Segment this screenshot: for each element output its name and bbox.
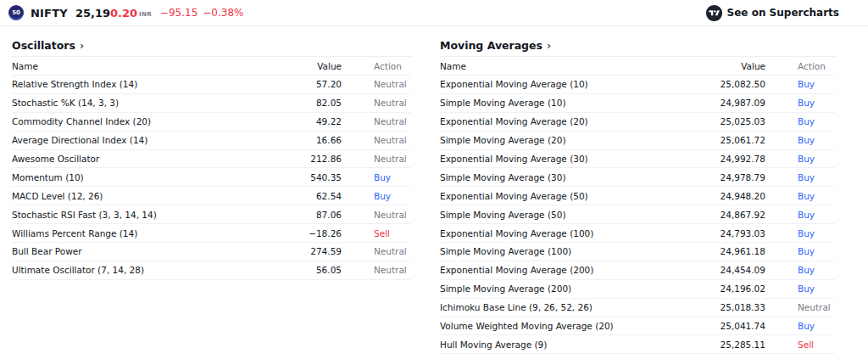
indicator-value: 25,285.11 — [706, 339, 765, 350]
indicator-action: Buy — [374, 172, 411, 182]
oscillators-title-link[interactable]: Oscillators › — [12, 26, 411, 57]
indicator-action: Neutral — [374, 154, 411, 164]
table-row: Average Directional Index (14)16.66Neutr… — [12, 132, 411, 150]
table-row: Commodity Channel Index (20)49.22Neutral — [12, 113, 411, 132]
table-row: Momentum (10)540.35Buy — [12, 168, 411, 187]
indicator-value: 24,793.03 — [706, 228, 765, 238]
indicator-action: Buy — [374, 191, 411, 201]
table-row: Simple Moving Average (20)25,061.72Buy — [440, 132, 835, 150]
indicator-action: Neutral — [374, 135, 411, 145]
indicator-value: 25,018.33 — [706, 302, 765, 312]
column-header-value: Value — [706, 61, 765, 71]
table-row: Bull Bear Power274.59Neutral — [12, 243, 411, 261]
table-row: Exponential Moving Average (30)24,992.78… — [440, 150, 835, 169]
moving-averages-table: Exponential Moving Average (10)25,082.50… — [440, 76, 835, 354]
indicator-action: Neutral — [374, 79, 411, 89]
indicator-name: Exponential Moving Average (50) — [440, 191, 674, 201]
technicals-panel: Oscillators › Name Value Action Relative… — [0, 26, 868, 354]
indicator-action: Buy — [798, 79, 835, 89]
indicator-name: Stochastic RSI Fast (3, 3, 14, 14) — [12, 210, 250, 220]
indicator-name: Commodity Channel Index (20) — [12, 116, 250, 126]
section-title-text: Oscillators — [12, 37, 75, 53]
indicator-name: Simple Moving Average (200) — [440, 283, 674, 294]
indicator-value: 24,196.02 — [706, 283, 765, 294]
indicator-name: Ultimate Oscillator (7, 14, 28) — [12, 265, 250, 275]
column-header-action: Action — [374, 61, 411, 71]
indicator-name: Exponential Moving Average (100) — [440, 228, 674, 238]
indicator-value: 62.54 — [282, 191, 342, 201]
indicator-value: 57.20 — [282, 79, 342, 89]
table-row: Exponential Moving Average (20)25,025.03… — [440, 113, 835, 132]
indicator-name: Williams Percent Range (14) — [12, 228, 250, 238]
nifty50-logo: 50 — [8, 5, 24, 20]
price-change: −95.15−0.38% — [160, 7, 244, 19]
indicator-action: Buy — [798, 116, 835, 126]
indicator-name: Simple Moving Average (10) — [440, 98, 674, 108]
indicator-action: Neutral — [798, 302, 835, 312]
price-main: 25,19 — [75, 7, 110, 20]
indicator-action: Buy — [798, 98, 835, 108]
column-header-name: Name — [440, 61, 674, 71]
indicator-value: 49.22 — [282, 116, 342, 126]
currency-label: INR — [139, 11, 152, 18]
indicator-name: Bull Bear Power — [12, 246, 250, 256]
symbol-name[interactable]: NIFTY — [31, 7, 68, 20]
column-header-action: Action — [798, 61, 835, 71]
indicator-value: 24,961.18 — [706, 246, 765, 256]
indicator-name: Simple Moving Average (50) — [440, 210, 674, 220]
see-on-supercharts-link[interactable]: See on Supercharts — [706, 5, 839, 21]
indicator-name: MACD Level (12, 26) — [12, 191, 250, 201]
table-row: Williams Percent Range (14)−18.26Sell — [12, 224, 411, 243]
indicator-action: Buy — [798, 135, 835, 145]
table-row: Simple Moving Average (100)24,961.18Buy — [440, 243, 835, 261]
indicator-name: Simple Moving Average (20) — [440, 135, 674, 145]
indicator-value: 25,082.50 — [706, 79, 765, 89]
table-row: Awesome Oscillator212.86Neutral — [12, 150, 411, 169]
table-row: Relative Strength Index (14)57.20Neutral — [12, 76, 411, 94]
indicator-value: −18.26 — [282, 228, 342, 238]
indicator-action: Buy — [798, 228, 835, 238]
indicator-name: Exponential Moving Average (200) — [440, 265, 674, 275]
indicator-value: 24,987.09 — [706, 98, 765, 108]
indicator-name: Simple Moving Average (100) — [440, 246, 674, 256]
table-row: Simple Moving Average (200)24,196.02Buy — [440, 280, 835, 299]
indicator-action: Buy — [798, 283, 835, 294]
indicator-value: 25,025.03 — [706, 116, 765, 126]
indicator-name: Exponential Moving Average (20) — [440, 116, 674, 126]
indicator-value: 540.35 — [282, 172, 342, 182]
indicator-value: 24,454.09 — [706, 265, 765, 275]
moving-averages-title-link[interactable]: Moving Averages › — [440, 26, 835, 57]
oscillators-section: Oscillators › Name Value Action Relative… — [12, 26, 411, 354]
indicator-name: Exponential Moving Average (30) — [440, 154, 674, 164]
indicator-value: 25,041.74 — [706, 321, 765, 331]
indicator-action: Buy — [798, 265, 835, 275]
moving-averages-table-header: Name Value Action — [440, 57, 835, 76]
indicator-action: Neutral — [374, 116, 411, 126]
indicator-value: 24,978.79 — [706, 172, 765, 182]
table-row: Ichimoku Base Line (9, 26, 52, 26)25,018… — [440, 299, 835, 317]
supercharts-label: See on Supercharts — [727, 7, 839, 19]
oscillators-table: Relative Strength Index (14)57.20Neutral… — [12, 76, 411, 280]
header-bar: 50 NIFTY 25,190.20INR −95.15−0.38% See o… — [0, 0, 868, 26]
indicator-value: 82.05 — [282, 98, 342, 108]
indicator-value: 56.05 — [282, 265, 342, 275]
table-row: Volume Weighted Moving Average (20)25,04… — [440, 317, 835, 336]
chevron-right-icon: › — [547, 37, 551, 53]
indicator-value: 24,867.92 — [706, 210, 765, 220]
table-row: Exponential Moving Average (100)24,793.0… — [440, 224, 835, 243]
table-row: Exponential Moving Average (200)24,454.0… — [440, 261, 835, 280]
indicator-action: Buy — [798, 210, 835, 220]
indicator-name: Simple Moving Average (30) — [440, 172, 674, 182]
indicator-action: Sell — [374, 228, 411, 238]
change-percent: −0.38% — [203, 7, 243, 19]
indicator-action: Neutral — [374, 246, 411, 256]
table-row: Simple Moving Average (30)24,978.79Buy — [440, 168, 835, 187]
table-row: Hull Moving Average (9)25,285.11Sell — [440, 335, 835, 354]
section-title-text: Moving Averages — [440, 37, 542, 53]
indicator-name: Volume Weighted Moving Average (20) — [440, 321, 674, 331]
last-price: 25,190.20INR — [75, 7, 152, 20]
indicator-name: Stochastic %K (14, 3, 3) — [12, 98, 250, 108]
chevron-right-icon: › — [80, 37, 84, 53]
indicator-name: Relative Strength Index (14) — [12, 79, 250, 89]
indicator-value: 87.06 — [282, 210, 342, 220]
